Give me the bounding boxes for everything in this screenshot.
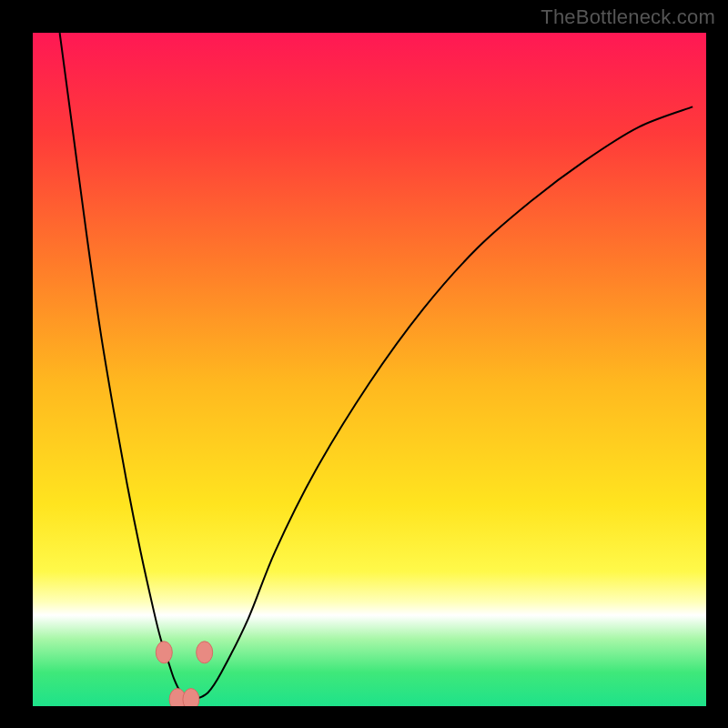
- chart-frame: TheBottleneck.com: [0, 0, 728, 728]
- watermark-text: TheBottleneck.com: [541, 5, 715, 29]
- curve-marker: [197, 642, 213, 663]
- curve-marker: [156, 642, 172, 663]
- plot-area: [33, 33, 706, 706]
- bottleneck-curve-svg: [33, 33, 706, 706]
- curve-marker: [183, 689, 199, 706]
- gradient-background: [33, 33, 706, 706]
